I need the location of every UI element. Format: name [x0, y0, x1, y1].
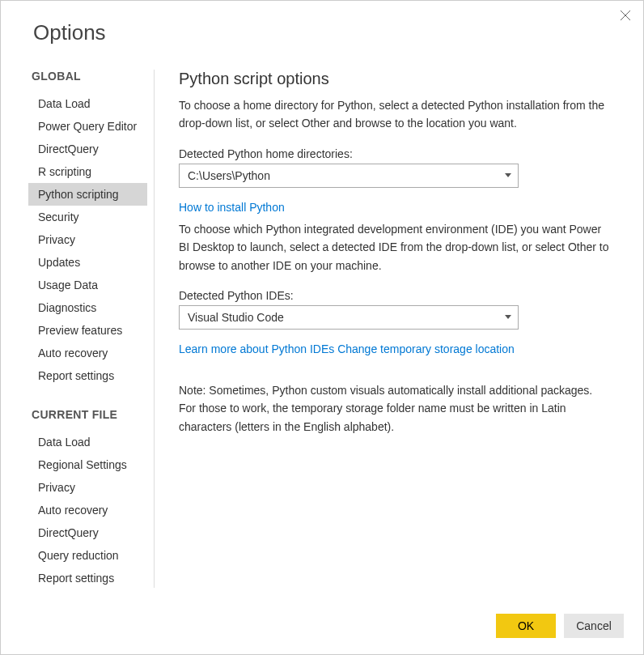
main-panel: Python script options To choose a home d…: [155, 70, 643, 588]
sidebar-item-power-query-editor[interactable]: Power Query Editor: [30, 115, 154, 138]
dialog-footer: OK Cancel: [496, 614, 624, 638]
chevron-down-icon: [505, 315, 511, 319]
sidebar-item-report-settings[interactable]: Report settings: [30, 567, 154, 589]
change-storage-location-link[interactable]: Change temporary storage location: [337, 342, 515, 355]
sidebar-item-usage-data[interactable]: Usage Data: [30, 274, 154, 296]
learn-more-ides-link[interactable]: Learn more about Python IDEs: [179, 342, 334, 355]
ide-value: Visual Studio Code: [188, 311, 284, 324]
sidebar-item-r-scripting[interactable]: R scripting: [30, 160, 154, 183]
page-title: Python script options: [179, 70, 611, 88]
home-directories-value: C:\Users\Python: [188, 169, 270, 182]
sidebar-item-python-scripting[interactable]: Python scripting: [28, 183, 147, 206]
storage-note: Note: Sometimes, Python custom visuals a…: [179, 381, 611, 436]
sidebar-item-security[interactable]: Security: [30, 206, 154, 228]
sidebar-item-auto-recovery[interactable]: Auto recovery: [30, 499, 154, 521]
section-header: GLOBAL: [30, 70, 154, 83]
home-directories-dropdown[interactable]: C:\Users\Python: [179, 164, 519, 188]
sidebar: GLOBALData LoadPower Query EditorDirectQ…: [1, 70, 155, 588]
sidebar-item-data-load[interactable]: Data Load: [30, 431, 154, 453]
ide-dropdown[interactable]: Visual Studio Code: [179, 305, 519, 330]
section-header: CURRENT FILE: [30, 408, 154, 421]
sidebar-item-directquery[interactable]: DirectQuery: [30, 138, 154, 160]
sidebar-item-data-load[interactable]: Data Load: [30, 92, 154, 115]
close-icon[interactable]: [619, 9, 632, 22]
sidebar-item-diagnostics[interactable]: Diagnostics: [30, 296, 154, 319]
sidebar-item-directquery[interactable]: DirectQuery: [30, 521, 154, 544]
sidebar-item-regional-settings[interactable]: Regional Settings: [30, 453, 154, 476]
sidebar-item-report-settings[interactable]: Report settings: [30, 364, 154, 387]
sidebar-item-privacy[interactable]: Privacy: [30, 476, 154, 499]
ok-button[interactable]: OK: [496, 614, 556, 638]
sidebar-item-query-reduction[interactable]: Query reduction: [30, 544, 154, 567]
sidebar-item-preview-features[interactable]: Preview features: [30, 319, 154, 342]
ide-label: Detected Python IDEs:: [179, 289, 611, 302]
sidebar-item-updates[interactable]: Updates: [30, 251, 154, 274]
cancel-button[interactable]: Cancel: [564, 614, 624, 638]
sidebar-item-auto-recovery[interactable]: Auto recovery: [30, 342, 154, 364]
ide-intro-text: To choose which Python integrated develo…: [179, 220, 611, 274]
intro-text: To choose a home directory for Python, s…: [179, 96, 611, 133]
how-to-install-python-link[interactable]: How to install Python: [179, 201, 285, 214]
dialog-title: Options: [1, 1, 643, 45]
sidebar-item-privacy[interactable]: Privacy: [30, 228, 154, 251]
home-directories-label: Detected Python home directories:: [179, 147, 611, 160]
chevron-down-icon: [505, 173, 511, 177]
